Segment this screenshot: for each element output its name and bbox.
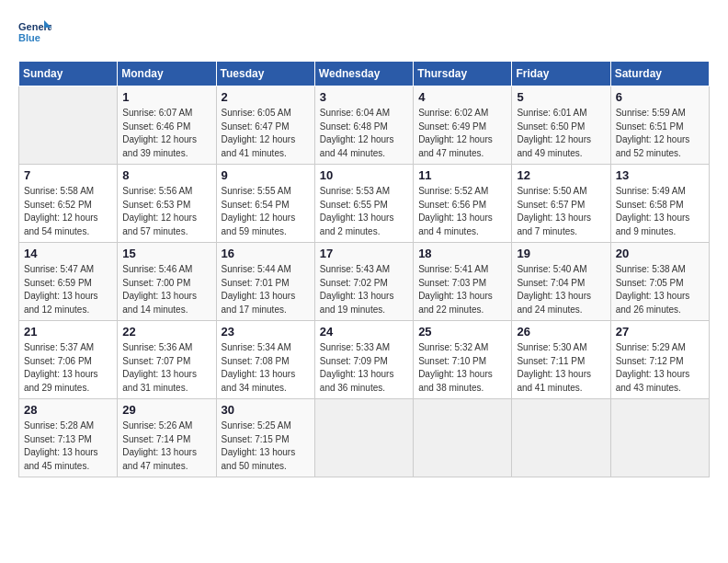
calendar-cell: 2Sunrise: 6:05 AM Sunset: 6:47 PM Daylig… xyxy=(216,86,314,165)
calendar-table: SundayMondayTuesdayWednesdayThursdayFrid… xyxy=(18,61,710,477)
day-number: 7 xyxy=(24,168,112,182)
logo: General Blue xyxy=(18,18,55,46)
calendar-cell: 19Sunrise: 5:40 AM Sunset: 7:04 PM Dayli… xyxy=(512,243,610,321)
day-number: 26 xyxy=(517,325,605,339)
day-info: Sunrise: 5:40 AM Sunset: 7:04 PM Dayligh… xyxy=(517,263,605,316)
calendar-cell: 9Sunrise: 5:55 AM Sunset: 6:54 PM Daylig… xyxy=(216,165,314,243)
weekday-header-tuesday: Tuesday xyxy=(216,62,314,86)
day-info: Sunrise: 5:29 AM Sunset: 7:12 PM Dayligh… xyxy=(616,341,704,395)
day-number: 14 xyxy=(24,247,112,260)
calendar-cell: 29Sunrise: 5:26 AM Sunset: 7:14 PM Dayli… xyxy=(118,399,216,477)
day-number: 24 xyxy=(320,325,408,339)
calendar-cell: 21Sunrise: 5:37 AM Sunset: 7:06 PM Dayli… xyxy=(19,321,118,399)
day-number: 27 xyxy=(616,325,704,339)
day-info: Sunrise: 5:34 AM Sunset: 7:08 PM Dayligh… xyxy=(222,341,310,395)
calendar-cell: 13Sunrise: 5:49 AM Sunset: 6:58 PM Dayli… xyxy=(610,165,709,243)
day-info: Sunrise: 5:25 AM Sunset: 7:15 PM Dayligh… xyxy=(222,419,310,473)
day-info: Sunrise: 5:28 AM Sunset: 7:13 PM Dayligh… xyxy=(24,419,112,473)
calendar-cell: 8Sunrise: 5:56 AM Sunset: 6:53 PM Daylig… xyxy=(118,165,216,243)
day-info: Sunrise: 5:41 AM Sunset: 7:03 PM Dayligh… xyxy=(418,263,506,316)
calendar-week-2: 7Sunrise: 5:58 AM Sunset: 6:52 PM Daylig… xyxy=(19,165,710,243)
day-info: Sunrise: 5:43 AM Sunset: 7:02 PM Dayligh… xyxy=(320,263,408,316)
day-number: 10 xyxy=(320,168,408,182)
day-info: Sunrise: 5:46 AM Sunset: 7:00 PM Dayligh… xyxy=(122,263,210,316)
page-header: General Blue xyxy=(18,18,710,46)
day-number: 3 xyxy=(320,90,408,104)
day-info: Sunrise: 5:32 AM Sunset: 7:10 PM Dayligh… xyxy=(418,341,506,395)
calendar-week-5: 28Sunrise: 5:28 AM Sunset: 7:13 PM Dayli… xyxy=(19,399,710,477)
day-number: 22 xyxy=(122,325,210,339)
day-number: 19 xyxy=(517,247,605,260)
calendar-cell: 11Sunrise: 5:52 AM Sunset: 6:56 PM Dayli… xyxy=(414,165,512,243)
calendar-cell xyxy=(610,399,709,477)
day-info: Sunrise: 6:07 AM Sunset: 6:46 PM Dayligh… xyxy=(122,107,210,160)
calendar-cell: 20Sunrise: 5:38 AM Sunset: 7:05 PM Dayli… xyxy=(610,243,709,321)
calendar-week-1: 1Sunrise: 6:07 AM Sunset: 6:46 PM Daylig… xyxy=(19,86,710,165)
calendar-cell: 6Sunrise: 5:59 AM Sunset: 6:51 PM Daylig… xyxy=(610,86,709,165)
calendar-cell: 14Sunrise: 5:47 AM Sunset: 6:59 PM Dayli… xyxy=(19,243,118,321)
day-info: Sunrise: 5:38 AM Sunset: 7:05 PM Dayligh… xyxy=(616,263,704,316)
day-number: 30 xyxy=(222,403,310,417)
calendar-cell xyxy=(414,399,512,477)
day-info: Sunrise: 5:44 AM Sunset: 7:01 PM Dayligh… xyxy=(222,263,310,316)
calendar-cell xyxy=(512,399,610,477)
calendar-cell xyxy=(314,399,413,477)
day-info: Sunrise: 5:52 AM Sunset: 6:56 PM Dayligh… xyxy=(418,185,506,238)
day-number: 4 xyxy=(418,90,506,104)
day-number: 5 xyxy=(517,90,605,104)
day-number: 28 xyxy=(24,403,112,417)
calendar-cell: 15Sunrise: 5:46 AM Sunset: 7:00 PM Dayli… xyxy=(118,243,216,321)
day-number: 16 xyxy=(222,247,310,260)
calendar-week-4: 21Sunrise: 5:37 AM Sunset: 7:06 PM Dayli… xyxy=(19,321,710,399)
day-info: Sunrise: 5:50 AM Sunset: 6:57 PM Dayligh… xyxy=(517,185,605,238)
weekday-header-thursday: Thursday xyxy=(414,62,512,86)
calendar-cell: 1Sunrise: 6:07 AM Sunset: 6:46 PM Daylig… xyxy=(118,86,216,165)
day-info: Sunrise: 5:30 AM Sunset: 7:11 PM Dayligh… xyxy=(517,341,605,395)
calendar-cell: 28Sunrise: 5:28 AM Sunset: 7:13 PM Dayli… xyxy=(19,399,118,477)
weekday-header-sunday: Sunday xyxy=(19,62,118,86)
calendar-cell: 23Sunrise: 5:34 AM Sunset: 7:08 PM Dayli… xyxy=(216,321,314,399)
calendar-cell: 10Sunrise: 5:53 AM Sunset: 6:55 PM Dayli… xyxy=(314,165,413,243)
calendar-cell: 22Sunrise: 5:36 AM Sunset: 7:07 PM Dayli… xyxy=(118,321,216,399)
day-number: 17 xyxy=(320,247,408,260)
day-number: 23 xyxy=(222,325,310,339)
day-info: Sunrise: 5:37 AM Sunset: 7:06 PM Dayligh… xyxy=(24,341,112,395)
calendar-week-3: 14Sunrise: 5:47 AM Sunset: 6:59 PM Dayli… xyxy=(19,243,710,321)
day-info: Sunrise: 5:26 AM Sunset: 7:14 PM Dayligh… xyxy=(122,419,210,473)
day-number: 15 xyxy=(122,247,210,260)
day-number: 1 xyxy=(122,90,210,104)
day-info: Sunrise: 5:55 AM Sunset: 6:54 PM Dayligh… xyxy=(222,185,310,238)
weekday-header-monday: Monday xyxy=(118,62,216,86)
calendar-cell: 26Sunrise: 5:30 AM Sunset: 7:11 PM Dayli… xyxy=(512,321,610,399)
day-info: Sunrise: 5:56 AM Sunset: 6:53 PM Dayligh… xyxy=(122,185,210,238)
day-info: Sunrise: 5:49 AM Sunset: 6:58 PM Dayligh… xyxy=(616,185,704,238)
day-info: Sunrise: 6:01 AM Sunset: 6:50 PM Dayligh… xyxy=(517,107,605,160)
day-number: 18 xyxy=(418,247,506,260)
calendar-cell: 12Sunrise: 5:50 AM Sunset: 6:57 PM Dayli… xyxy=(512,165,610,243)
day-number: 21 xyxy=(24,325,112,339)
weekday-header-friday: Friday xyxy=(512,62,610,86)
day-number: 2 xyxy=(222,90,310,104)
calendar-cell xyxy=(19,86,118,165)
calendar-cell: 17Sunrise: 5:43 AM Sunset: 7:02 PM Dayli… xyxy=(314,243,413,321)
day-number: 9 xyxy=(222,168,310,182)
calendar-cell: 7Sunrise: 5:58 AM Sunset: 6:52 PM Daylig… xyxy=(19,165,118,243)
weekday-header-saturday: Saturday xyxy=(610,62,709,86)
day-number: 29 xyxy=(122,403,210,417)
calendar-cell: 18Sunrise: 5:41 AM Sunset: 7:03 PM Dayli… xyxy=(414,243,512,321)
calendar-cell: 24Sunrise: 5:33 AM Sunset: 7:09 PM Dayli… xyxy=(314,321,413,399)
calendar-cell: 3Sunrise: 6:04 AM Sunset: 6:48 PM Daylig… xyxy=(314,86,413,165)
day-info: Sunrise: 5:59 AM Sunset: 6:51 PM Dayligh… xyxy=(616,107,704,160)
day-info: Sunrise: 6:04 AM Sunset: 6:48 PM Dayligh… xyxy=(320,107,408,160)
header-row: SundayMondayTuesdayWednesdayThursdayFrid… xyxy=(19,62,710,86)
calendar-cell: 16Sunrise: 5:44 AM Sunset: 7:01 PM Dayli… xyxy=(216,243,314,321)
day-number: 8 xyxy=(122,168,210,182)
calendar-cell: 4Sunrise: 6:02 AM Sunset: 6:49 PM Daylig… xyxy=(414,86,512,165)
day-info: Sunrise: 5:47 AM Sunset: 6:59 PM Dayligh… xyxy=(24,263,112,316)
day-number: 12 xyxy=(517,168,605,182)
day-number: 13 xyxy=(616,168,704,182)
svg-text:Blue: Blue xyxy=(18,32,40,43)
calendar-cell: 5Sunrise: 6:01 AM Sunset: 6:50 PM Daylig… xyxy=(512,86,610,165)
day-number: 25 xyxy=(418,325,506,339)
day-info: Sunrise: 6:02 AM Sunset: 6:49 PM Dayligh… xyxy=(418,107,506,160)
